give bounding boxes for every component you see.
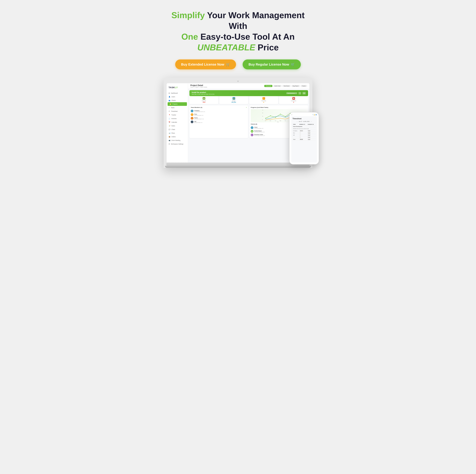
hero-section: Simplify Your Work Management With One E… (164, 10, 312, 69)
stats-row: 📅 Days left -263 💰 Budget 55,222 ✓ (189, 96, 308, 104)
timesheet-row-blank: ▬ (292, 136, 316, 138)
svg-text:Wed: Wed (280, 120, 281, 121)
sidebar-item-notes[interactable]: 📝 Notes (167, 124, 188, 128)
tab-tracker[interactable]: Tracker (301, 85, 307, 87)
svg-point-8 (265, 118, 266, 119)
cart-icon-regular: 🛒 (291, 63, 295, 66)
jeff-toggle[interactable]: ▬ (307, 134, 316, 136)
stat-budget-value: 55,222 (220, 101, 247, 103)
stat-days-value: -263 (190, 101, 217, 103)
buy-regular-button[interactable]: Buy Regular License Now 🛒 (243, 59, 301, 69)
task-row-subtask: Identify event sources by resource type (292, 128, 316, 130)
tasks-icon: ✓ (169, 107, 170, 109)
hero-highlight-simplify: Simplify (171, 10, 205, 20)
sidebar-logo: TASKLY (167, 85, 188, 90)
alex-label: Alex (292, 132, 299, 134)
stat-budget: 💰 Budget 55,222 (219, 96, 248, 104)
company-label: Company (292, 130, 299, 132)
monday-col-header: MONDAY 27 (299, 123, 307, 126)
team-members-panel: Team Members (4) + C Company company@exa… (189, 105, 248, 138)
invoices-icon: 🧾 (169, 118, 170, 119)
avatar-ezekiel: EB (251, 130, 253, 133)
calendar-stat-icon: 📅 (203, 97, 205, 100)
sidebar-item-settings[interactable]: ⚙ Workspace Settings (167, 142, 188, 146)
avatar-peter: P (191, 113, 193, 116)
breadcrumb: Home > Project > Project Details (190, 86, 207, 88)
svg-text:25: 25 (262, 116, 263, 117)
progress-title: Progress (Last Week Tasks) (251, 107, 268, 108)
page-title: Project Detail (190, 84, 207, 86)
upload-icon[interactable]: ↑ (299, 92, 301, 95)
stat-tasks-value: 6 (250, 101, 277, 103)
blank-toggle[interactable]: ▬ (307, 136, 316, 138)
timesheet-table: TASK MONDAY 27 TUESDAY 28 Game Developme… (292, 123, 316, 141)
svg-text:0: 0 (262, 119, 263, 120)
sidebar-item-timesheet[interactable]: ⏱ Timesheet (167, 110, 188, 113)
tab-timesheet[interactable]: Timesheet (264, 85, 272, 87)
orders-icon: 📦 (169, 136, 170, 138)
avatar-client: C (251, 126, 253, 129)
tab-bugreport[interactable]: Bug Report (291, 85, 300, 87)
phone-time: ≡ (291, 114, 292, 115)
sidebar-item-orders[interactable]: 📦 Orders (167, 135, 188, 139)
subtask-name: Identify event sources by resource type (292, 128, 316, 130)
timesheet-icon: ⏱ (169, 111, 170, 112)
users-icon: 👤 (169, 96, 170, 98)
prev-week-btn[interactable]: ← (296, 121, 298, 122)
dashboard-icon: ⊞ (169, 92, 170, 94)
sidebar-item-tasks[interactable]: ✓ Tasks (167, 106, 188, 110)
sidebar: TASKLY ⊞ Dashboard 👤 Users 👥 Clients 📁 P… (167, 83, 188, 163)
alex-time (299, 132, 307, 134)
search-icon[interactable]: 🔍 (313, 114, 314, 115)
team-member-jeff: J Jeff jeff@example.com (191, 120, 247, 124)
btn-regular-label: Buy Regular License Now (249, 63, 289, 66)
date-range: Jun 27 - Jul 08, 2022 (299, 121, 309, 122)
svg-text:75: 75 (262, 110, 263, 111)
laptop-base (167, 163, 309, 166)
sidebar-item-users[interactable]: 👤 Users (167, 95, 188, 98)
svg-text:Thu: Thu (285, 120, 286, 121)
sidebar-item-projects[interactable]: 📁 Projects (168, 102, 187, 106)
zoom-icon: 📹 (169, 140, 170, 141)
bell-icon[interactable]: 🔔 (314, 114, 315, 115)
phone-mockup: ≡ 🔍 🔔 👤 Timesheet ← Jun 27 - Jul 08, 202… (289, 112, 319, 164)
svg-point-10 (275, 117, 276, 118)
user-icon[interactable]: 👤 (316, 114, 317, 115)
sidebar-item-chats[interactable]: 💬 Chats (167, 128, 188, 131)
stat-comments-value: 0 (280, 101, 307, 103)
add-member-btn[interactable]: + (246, 107, 247, 108)
laptop-camera (237, 81, 239, 82)
sidebar-item-dashboard[interactable]: ⊞ Dashboard (167, 91, 188, 95)
sidebar-item-plans[interactable]: 📊 Plans (167, 131, 188, 135)
tab-gantt[interactable]: Gantt Chart (273, 85, 282, 87)
laptop-bottom (165, 166, 311, 168)
total-toggle[interactable]: ▬ (307, 138, 316, 141)
sidebar-item-calendar[interactable]: 📅 Calender (167, 120, 188, 124)
company-toggle[interactable]: ▬ (307, 130, 316, 132)
sidebar-item-tracker[interactable]: 📍 Tracker (167, 113, 188, 117)
cart-icon-extended: 🛒 (226, 63, 230, 66)
total-time: 03:30 (299, 138, 307, 141)
alex-toggle[interactable]: ▬ (307, 132, 316, 134)
next-week-btn[interactable]: → (310, 121, 312, 122)
header-left: Project Detail Home > Project > Project … (190, 84, 207, 88)
buy-extended-button[interactable]: Buy Extended License Now 🛒 (175, 59, 236, 69)
timesheet-row-alex: Alex ▬ (292, 132, 316, 134)
project-banner: Install the product Start Date: 15 Dec 2… (189, 90, 308, 96)
task-row-game-dev: Game Development (292, 126, 316, 128)
total-label: Total (292, 138, 299, 141)
svg-text:Sun: Sun (265, 120, 266, 121)
project-members: Total Members: 7 (286, 92, 297, 94)
sidebar-item-clients[interactable]: 👥 Clients (167, 98, 188, 102)
timesheet-row-total: Total 03:30 ▬ (292, 138, 316, 141)
sidebar-item-zoom[interactable]: 📹 Zoom Meeting (167, 139, 188, 142)
delete-icon[interactable]: 🗑 (303, 92, 306, 95)
settings-icon: ⚙ (169, 143, 170, 145)
jeff-label: Jeff (292, 134, 299, 136)
jeff-time (299, 134, 307, 136)
avatar-parker: P (191, 117, 193, 120)
company-time: 03:30 (299, 130, 307, 132)
sidebar-item-invoices[interactable]: 🧾 Invoices (167, 117, 188, 120)
tab-taskboard[interactable]: Task Board (282, 85, 291, 87)
avatar-company: C (191, 110, 193, 112)
